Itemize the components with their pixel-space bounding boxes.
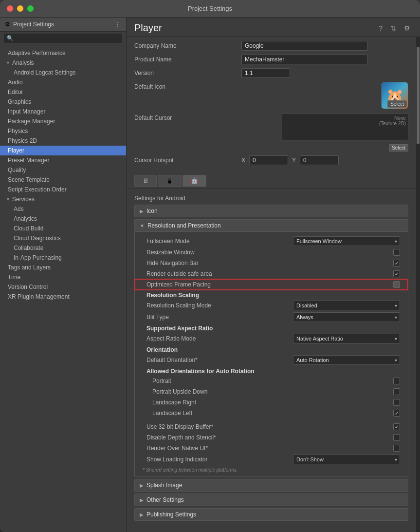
chevron-down-icon-services: ▼: [6, 197, 10, 202]
sidebar-item-version-control[interactable]: Version Control: [0, 282, 126, 292]
resolution-section-header[interactable]: ▼ Resolution and Presentation: [134, 219, 408, 232]
render-outside-safe-checkbox[interactable]: [393, 270, 400, 277]
use-32bit-display-checkbox[interactable]: [393, 423, 400, 430]
render-outside-safe-label: Render outside safe area: [146, 270, 393, 277]
show-loading-indicator-select[interactable]: Don't Show: [293, 455, 400, 464]
settings-for-android-label: Settings for Android: [134, 193, 408, 205]
sidebar-item-in-app-purchasing[interactable]: In-App Purchasing: [0, 253, 126, 263]
portrait-checkbox[interactable]: [393, 378, 400, 384]
publishing-settings-header[interactable]: ▶ Publishing Settings: [134, 508, 408, 521]
minimize-button[interactable]: [17, 5, 23, 12]
blit-type-row: Blit Type Always: [135, 311, 408, 323]
landscape-right-checkbox[interactable]: [393, 399, 400, 406]
hide-navigation-checkbox[interactable]: [393, 260, 400, 266]
sidebar-item-quality[interactable]: Quality: [0, 165, 126, 175]
cursor-x-input[interactable]: [249, 155, 288, 165]
icon-section-header[interactable]: ▶ Icon: [134, 205, 408, 217]
sidebar-item-script-execution-order[interactable]: Script Execution Order: [0, 185, 126, 194]
default-icon-label: Default Icon: [134, 82, 241, 90]
sidebar-item-services[interactable]: ▼ Services: [0, 194, 126, 204]
android-icon: 🤖: [191, 177, 198, 184]
version-label: Version: [134, 68, 241, 76]
sidebar-header: ⚙ Project Settings ⋮: [0, 18, 126, 32]
sidebar-item-graphics[interactable]: Graphics: [0, 97, 126, 107]
show-loading-indicator-row: Show Loading Indicator Don't Show: [135, 454, 408, 465]
sidebar-item-scene-template[interactable]: Scene Template: [0, 175, 126, 185]
render-over-native-ui-checkbox[interactable]: [393, 445, 400, 452]
help-button[interactable]: ?: [377, 23, 384, 33]
maximize-button[interactable]: [27, 5, 34, 12]
other-settings-section: ▶ Other Settings: [134, 494, 408, 506]
content-area: ⚙ Project Settings ⋮ 🔍 Adaptive Performa…: [0, 18, 420, 532]
scrollbar-thumb[interactable]: [417, 47, 420, 144]
default-orientation-select[interactable]: Auto Rotation: [293, 355, 400, 365]
blit-type-select[interactable]: Always: [293, 312, 400, 322]
splash-image-header[interactable]: ▶ Splash Image: [134, 479, 408, 492]
use-32bit-display-label: Use 32-bit Display Buffer*: [146, 423, 393, 430]
default-orientation-label: Default Orientation*: [146, 357, 293, 363]
close-button[interactable]: [7, 5, 13, 12]
version-input[interactable]: [241, 68, 290, 78]
player-fields: Company Name Product Name: [127, 37, 416, 173]
sidebar-item-android-logcat[interactable]: Android Logcat Settings: [0, 68, 126, 77]
layout-button[interactable]: ⇅: [388, 23, 398, 33]
sidebar-item-package-manager[interactable]: Package Manager: [0, 116, 126, 126]
product-name-row: Product Name: [134, 55, 408, 65]
platform-tabs: 🖥 📱 🤖: [127, 173, 416, 189]
product-name-input[interactable]: [241, 55, 368, 64]
resolution-scaling-label: Resolution Scaling: [135, 290, 408, 300]
sidebar-item-input-manager[interactable]: Input Manager: [0, 107, 126, 116]
default-orientation-wrap: Auto Rotation: [293, 355, 400, 365]
scrollbar-track[interactable]: [416, 37, 420, 532]
disable-depth-stencil-label: Disable Depth and Stencil*: [146, 434, 393, 441]
supported-aspect-ratio-label: Supported Aspect Ratio: [135, 323, 408, 333]
sidebar-item-physics[interactable]: Physics: [0, 126, 126, 136]
company-name-input[interactable]: [241, 41, 368, 51]
icon-select-button[interactable]: Select: [387, 100, 407, 108]
optimized-frame-pacing-checkbox[interactable]: [393, 281, 400, 288]
cursor-y-input[interactable]: [300, 155, 339, 165]
resolution-scaling-mode-wrap: Disabled: [293, 301, 400, 310]
sidebar-item-cloud-build[interactable]: Cloud Build: [0, 224, 126, 233]
sidebar-item-cloud-diagnostics[interactable]: Cloud Diagnostics: [0, 233, 126, 243]
sidebar-item-audio[interactable]: Audio: [0, 77, 126, 87]
sidebar-item-analytics[interactable]: Analytics: [0, 214, 126, 224]
sidebar-more-button[interactable]: ⋮: [114, 20, 121, 28]
sidebar-item-collaborate[interactable]: Collaborate: [0, 243, 126, 253]
sidebar-item-physics-2d[interactable]: Physics 2D: [0, 136, 126, 146]
portrait-upside-down-checkbox[interactable]: [393, 388, 400, 395]
landscape-left-checkbox[interactable]: [393, 410, 400, 417]
sidebar-item-player[interactable]: Player: [0, 146, 126, 155]
platform-tab-android[interactable]: 🤖: [183, 175, 206, 187]
cursor-select-button[interactable]: Select: [389, 144, 408, 152]
platform-tab-monitor[interactable]: 🖥: [134, 175, 157, 187]
settings-gear-button[interactable]: ⚙: [402, 23, 412, 33]
resolution-scaling-mode-select[interactable]: Disabled: [293, 301, 400, 310]
resizable-window-row: Resizable Window: [135, 247, 408, 258]
sidebar-item-editor[interactable]: Editor: [0, 87, 126, 97]
version-row: Version: [134, 68, 408, 79]
monitor-icon: 🖥: [143, 177, 148, 184]
portrait-row: Portrait: [135, 376, 408, 386]
landscape-left-row: Landscape Left: [135, 408, 408, 418]
fullscreen-mode-select[interactable]: Fullscreen Window: [293, 236, 400, 246]
resizable-window-checkbox[interactable]: [393, 249, 400, 256]
sidebar-item-preset-manager[interactable]: Preset Manager: [0, 155, 126, 165]
fullscreen-mode-row: Fullscreen Mode Fullscreen Window: [135, 235, 408, 247]
aspect-ratio-mode-select[interactable]: Native Aspect Ratio: [293, 334, 400, 343]
landscape-right-label: Landscape Right: [152, 399, 393, 406]
sidebar-item-adaptive-performance[interactable]: Adaptive Performance: [0, 48, 126, 58]
other-settings-header[interactable]: ▶ Other Settings: [134, 494, 408, 506]
sidebar-item-ads[interactable]: Ads: [0, 204, 126, 214]
platform-tab-ios[interactable]: 📱: [158, 175, 182, 187]
sidebar-item-tags-and-layers[interactable]: Tags and Layers: [0, 263, 126, 272]
sidebar-item-analysis[interactable]: ▼ Analysis: [0, 58, 126, 68]
blit-type-label: Blit Type: [146, 314, 293, 321]
sidebar-item-xr-plugin-management[interactable]: XR Plugin Management: [0, 292, 126, 302]
disable-depth-stencil-checkbox[interactable]: [393, 434, 400, 441]
sidebar-item-time[interactable]: Time: [0, 272, 126, 282]
ios-icon: 📱: [166, 177, 173, 184]
main-scroll-area[interactable]: Company Name Product Name: [127, 37, 416, 532]
cursor-x-label: X: [241, 157, 245, 164]
default-icon-box[interactable]: 🐹 Select: [381, 82, 408, 109]
